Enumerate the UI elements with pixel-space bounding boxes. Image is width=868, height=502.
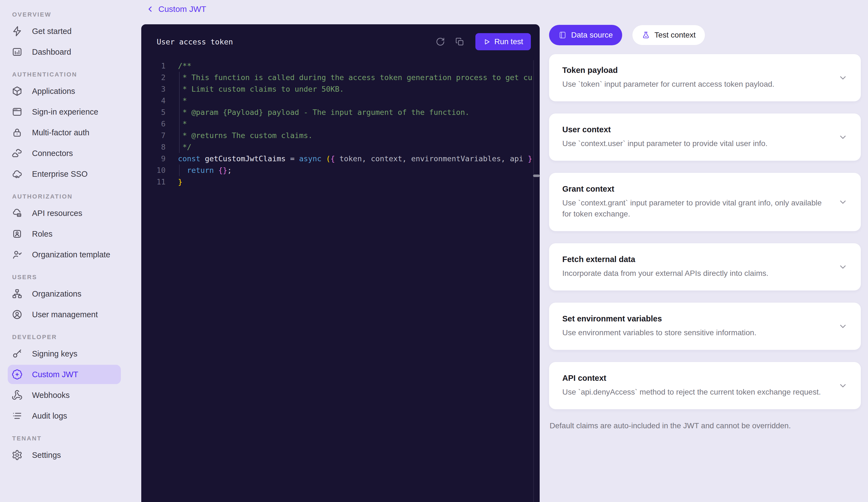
code-line: 6 * bbox=[141, 118, 533, 130]
chevron-down-icon[interactable] bbox=[838, 322, 848, 331]
card-token-payload[interactable]: Token payload Use `token` input paramete… bbox=[549, 54, 861, 101]
refresh-button[interactable] bbox=[436, 37, 446, 47]
tab-data-source[interactable]: Data source bbox=[549, 25, 622, 45]
copy-icon bbox=[455, 37, 464, 47]
code-text: * This function is called during the acc… bbox=[178, 72, 533, 83]
code-token: */ bbox=[178, 143, 192, 151]
sidebar-item-label: User management bbox=[32, 310, 98, 319]
card-api-context[interactable]: API context Use `api.denyAccess` method … bbox=[549, 362, 861, 409]
code-text: * Limit custom claims to under 50KB. bbox=[178, 83, 344, 95]
code-token: token, context, environmentVariables, ap… bbox=[335, 154, 528, 163]
sidebar-item-api-resources[interactable]: API resources bbox=[8, 203, 121, 223]
chevron-down-icon[interactable] bbox=[838, 381, 848, 390]
sidebar-item-user-management[interactable]: User management bbox=[8, 305, 121, 324]
list-icon bbox=[12, 410, 23, 421]
breadcrumb-back-link[interactable]: Custom JWT bbox=[146, 4, 206, 14]
code-token: /** bbox=[178, 62, 192, 70]
code-token: return bbox=[187, 166, 214, 174]
code-line: 9const getCustomJwtClaims = async ({ tok… bbox=[141, 153, 533, 164]
run-test-button[interactable]: Run test bbox=[475, 33, 531, 50]
sidebar-item-webhooks[interactable]: Webhooks bbox=[8, 385, 121, 405]
line-number: 8 bbox=[141, 141, 166, 153]
line-number: 5 bbox=[141, 107, 166, 118]
card-user-context[interactable]: User context Use `context.user` input pa… bbox=[549, 113, 861, 161]
right-panel-tabs: Data source Test context bbox=[549, 25, 861, 45]
chevron-down-icon[interactable] bbox=[838, 73, 848, 82]
card-description: Use `token` input parameter for current … bbox=[562, 79, 823, 90]
sidebar-section-users: USERS bbox=[12, 274, 135, 281]
gear-icon bbox=[12, 450, 23, 461]
chevron-down-icon[interactable] bbox=[838, 132, 848, 142]
cloud-box-icon bbox=[12, 208, 23, 219]
zap-icon bbox=[12, 26, 23, 37]
code-token: } bbox=[528, 154, 532, 163]
line-number: 2 bbox=[141, 72, 166, 83]
sidebar-item-custom-jwt[interactable]: Custom JWT bbox=[8, 365, 121, 384]
code-token: * Limit custom claims to under 50KB. bbox=[178, 85, 344, 93]
line-number: 6 bbox=[141, 118, 166, 130]
panel-resize-handle[interactable] bbox=[533, 174, 540, 177]
bar-chart-icon bbox=[12, 47, 23, 58]
card-grant-context[interactable]: Grant context Use `context.grant` input … bbox=[549, 173, 861, 231]
sidebar-item-roles[interactable]: Roles bbox=[8, 224, 121, 243]
code-line: 8 */ bbox=[141, 141, 533, 153]
sidebar-item-label: Multi-factor auth bbox=[32, 128, 90, 137]
copy-button[interactable] bbox=[455, 37, 465, 47]
sidebar-item-signing-keys[interactable]: Signing keys bbox=[8, 344, 121, 363]
sidebar-item-connectors[interactable]: Connectors bbox=[8, 143, 121, 163]
sidebar-item-label: Webhooks bbox=[32, 391, 70, 400]
card-description: Use environment variables to store sensi… bbox=[562, 327, 823, 338]
code-text: } bbox=[178, 176, 182, 188]
code-line: 10 return {}; bbox=[141, 164, 533, 176]
line-number: 11 bbox=[141, 176, 166, 188]
card-title: Set environment variables bbox=[562, 314, 823, 323]
editor-panel-divider bbox=[533, 60, 534, 502]
sidebar-item-settings[interactable]: Settings bbox=[8, 445, 121, 465]
code-text: * @returns The custom claims. bbox=[178, 130, 313, 141]
chevron-down-icon[interactable] bbox=[838, 262, 848, 272]
sidebar-item-sign-in-experience[interactable]: Sign-in experience bbox=[8, 102, 121, 121]
sidebar-item-dashboard[interactable]: Dashboard bbox=[8, 42, 121, 62]
sidebar-item-organization-template[interactable]: Organization template bbox=[8, 245, 121, 264]
sidebar-item-get-started[interactable]: Get started bbox=[8, 21, 121, 41]
code-token: * This function is called during the acc… bbox=[178, 73, 533, 82]
code-line: 4 * bbox=[141, 95, 533, 107]
sidebar-section-developer: DEVELOPER bbox=[12, 333, 135, 341]
code-text: * @param {Payload} payload - The input a… bbox=[178, 107, 469, 118]
cloud-key-icon bbox=[12, 169, 23, 180]
code-editor[interactable]: 1/**2 * This function is called during t… bbox=[141, 60, 533, 502]
browser-icon bbox=[12, 106, 23, 117]
line-number: 4 bbox=[141, 95, 166, 107]
sitemap-icon bbox=[12, 288, 23, 299]
line-number: 9 bbox=[141, 153, 166, 164]
chevron-down-icon[interactable] bbox=[838, 198, 848, 207]
code-token: getCustomJwtClaims bbox=[205, 154, 286, 163]
sidebar-item-audit-logs[interactable]: Audit logs bbox=[8, 406, 121, 425]
card-set-environment-variables[interactable]: Set environment variables Use environmen… bbox=[549, 303, 861, 350]
code-text: * bbox=[178, 118, 187, 130]
tab-test-context[interactable]: Test context bbox=[632, 25, 705, 45]
card-text: Fetch external data Incorporate data fro… bbox=[562, 255, 838, 279]
tab-label: Test context bbox=[654, 31, 695, 40]
sidebar-item-label: Sign-in experience bbox=[32, 108, 98, 117]
sidebar-item-multi-factor-auth[interactable]: Multi-factor auth bbox=[8, 123, 121, 142]
code-text: return {}; bbox=[178, 164, 232, 176]
user-badge-icon bbox=[12, 228, 23, 239]
sidebar-item-enterprise-sso[interactable]: Enterprise SSO bbox=[8, 164, 121, 184]
sidebar-item-label: Settings bbox=[32, 451, 61, 460]
line-number: 1 bbox=[141, 60, 166, 72]
code-line: 1/** bbox=[141, 60, 533, 72]
code-token bbox=[178, 166, 187, 174]
run-test-label: Run test bbox=[494, 37, 523, 46]
key-icon bbox=[12, 348, 23, 359]
card-description: Use `api.denyAccess` method to reject th… bbox=[562, 386, 823, 398]
sidebar-item-organizations[interactable]: Organizations bbox=[8, 284, 121, 303]
code-token: = bbox=[286, 154, 299, 163]
code-token bbox=[200, 154, 205, 163]
chevron-left-icon bbox=[146, 5, 155, 13]
code-text: /** bbox=[178, 60, 192, 72]
card-fetch-external-data[interactable]: Fetch external data Incorporate data fro… bbox=[549, 243, 861, 291]
sidebar-item-label: Roles bbox=[32, 230, 52, 239]
sidebar-item-applications[interactable]: Applications bbox=[8, 81, 121, 101]
code-token: ; bbox=[227, 166, 232, 174]
